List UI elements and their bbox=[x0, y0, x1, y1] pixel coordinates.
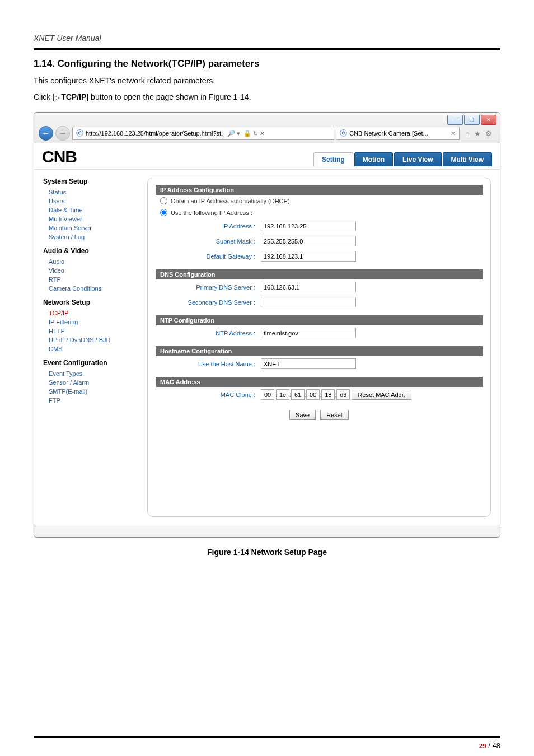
sidebar-item-ip-filtering[interactable]: IP Filtering bbox=[43, 318, 137, 326]
tab-motion[interactable]: Motion bbox=[354, 152, 393, 166]
sidebar-item-http[interactable]: HTTP bbox=[43, 326, 137, 335]
row-mac: MAC Clone : : : : : : Reset MAC Addr. bbox=[156, 387, 483, 402]
input-dns1[interactable] bbox=[261, 282, 356, 292]
label-subnet: Subnet Mask : bbox=[160, 238, 261, 245]
nav-forward-button[interactable]: → bbox=[55, 126, 70, 141]
nav-tabs: Setting Motion Live View Multi View bbox=[313, 147, 492, 166]
save-button[interactable]: Save bbox=[289, 410, 316, 420]
label-dhcp: Obtain an IP Address automatically (DHCP… bbox=[171, 198, 290, 204]
sidebar-item-ftp[interactable]: FTP bbox=[43, 396, 137, 405]
star-icon[interactable]: ★ bbox=[474, 129, 481, 138]
sidebar-item-sensor-alarm[interactable]: Sensor / Alarm bbox=[43, 378, 137, 387]
manual-title: XNET User Manual bbox=[34, 34, 500, 43]
input-dns2[interactable] bbox=[261, 297, 356, 307]
section-heading: 1.14. Configuring the Network(TCP/IP) pa… bbox=[34, 58, 500, 69]
sidebar-item-maintain-server[interactable]: Maintain Server bbox=[43, 223, 137, 232]
row-static: Use the following IP Address : bbox=[156, 207, 483, 218]
address-bar[interactable]: ⓔ http://192.168.123.25/html/operator/Se… bbox=[72, 127, 334, 140]
input-ip-address[interactable] bbox=[261, 221, 356, 231]
logo-text: CNB bbox=[42, 147, 77, 166]
section-mac: MAC Address bbox=[156, 377, 483, 387]
cnb-logo: CNB bbox=[42, 147, 77, 166]
section-hostname: Hostname Configuration bbox=[156, 346, 483, 356]
radio-static[interactable] bbox=[160, 209, 167, 216]
label-dns2: Secondary DNS Server : bbox=[160, 299, 261, 306]
triangle-icon: ▷ bbox=[55, 94, 61, 101]
input-mac-3[interactable] bbox=[306, 389, 320, 400]
sidebar-item-tcpip[interactable]: TCP/IP bbox=[43, 309, 137, 318]
sidebar-item-system-log[interactable]: System / Log bbox=[43, 232, 137, 241]
browser-window: — ❐ ✕ ← → ⓔ http://192.168.123.25/html/o… bbox=[34, 112, 500, 538]
input-mac-0[interactable] bbox=[261, 389, 274, 400]
sidebar-item-event-types[interactable]: Event Types bbox=[43, 369, 137, 378]
nav-back-button[interactable]: ← bbox=[39, 126, 53, 141]
arrow-left-icon: ← bbox=[41, 128, 50, 138]
app-body: CNB Setting Motion Live View Multi View … bbox=[34, 144, 500, 525]
reset-mac-button[interactable]: Reset MAC Addr. bbox=[352, 390, 411, 400]
page-number: 29 / 48 bbox=[34, 741, 500, 750]
click-post: ] button to open the page shown in Figur… bbox=[86, 92, 251, 101]
sidebar-item-rtp[interactable]: RTP bbox=[43, 275, 137, 284]
input-gateway[interactable] bbox=[261, 251, 356, 262]
footer-rule bbox=[34, 736, 500, 738]
sidebar-group-system: System Setup bbox=[43, 178, 137, 185]
sidebar-item-multi-viewer[interactable]: Multi Viewer bbox=[43, 214, 137, 223]
browser-tab[interactable]: ⓔ CNB Network Camera [Set... ✕ bbox=[336, 127, 460, 140]
sidebar-item-upnp-dyndns-bjr[interactable]: UPnP / DynDNS / BJR bbox=[43, 335, 137, 344]
sidebar-item-cms[interactable]: CMS bbox=[43, 344, 137, 353]
section-ntp: NTP Configuration bbox=[156, 315, 483, 325]
sidebar-item-status[interactable]: Status bbox=[43, 188, 137, 197]
input-ntp[interactable] bbox=[261, 328, 356, 338]
input-mac-5[interactable] bbox=[336, 389, 350, 400]
window-maximize-button[interactable]: ❐ bbox=[464, 115, 480, 125]
ie-icon: ⓔ bbox=[76, 128, 83, 138]
sidebar-group-network: Network Setup bbox=[43, 298, 137, 306]
label-dns1: Primary DNS Server : bbox=[160, 284, 261, 291]
row-dns1: Primary DNS Server : bbox=[156, 279, 483, 295]
main-columns: System Setup Status Users Date & Time Mu… bbox=[34, 170, 500, 525]
label-ntp: NTP Address : bbox=[160, 330, 261, 337]
tab-live-view[interactable]: Live View bbox=[394, 152, 441, 166]
tab-close-icon[interactable]: ✕ bbox=[451, 130, 456, 137]
content-panel: IP Address Configuration Obtain an IP Ad… bbox=[147, 178, 491, 517]
sidebar-item-users[interactable]: Users bbox=[43, 197, 137, 206]
address-bar-row: ← → ⓔ http://192.168.123.25/html/operato… bbox=[34, 113, 500, 143]
label-gateway: Default Gateway : bbox=[160, 253, 261, 260]
sidebar-item-camera-conditions[interactable]: Camera Conditions bbox=[43, 284, 137, 293]
radio-dhcp[interactable] bbox=[160, 197, 167, 204]
sidebar: System Setup Status Users Date & Time Mu… bbox=[43, 178, 137, 517]
url-text: http://192.168.123.25/html/operator/Setu… bbox=[86, 130, 223, 137]
figure-caption: Figure 1-14 Network Setup Page bbox=[34, 548, 500, 557]
input-hostname[interactable] bbox=[261, 358, 356, 369]
section-dns: DNS Configuration bbox=[156, 269, 483, 279]
input-subnet[interactable] bbox=[261, 236, 356, 246]
gear-icon[interactable]: ⚙ bbox=[485, 129, 492, 138]
window-close-button[interactable]: ✕ bbox=[481, 115, 496, 125]
row-dns2: Secondary DNS Server : bbox=[156, 295, 483, 310]
ie-tab-icon: ⓔ bbox=[340, 128, 347, 138]
save-reset-row: Save Reset bbox=[156, 410, 483, 420]
sidebar-group-av: Audio & Video bbox=[43, 247, 137, 255]
sidebar-item-smtp[interactable]: SMTP(E-mail) bbox=[43, 387, 137, 396]
label-hostname: Use the Host Name : bbox=[160, 361, 261, 367]
home-icon[interactable]: ⌂ bbox=[465, 129, 470, 138]
sidebar-item-date-time[interactable]: Date & Time bbox=[43, 206, 137, 214]
page-current: 29 bbox=[479, 741, 486, 750]
arrow-right-icon: → bbox=[58, 128, 67, 138]
input-mac-2[interactable] bbox=[291, 389, 305, 400]
sidebar-item-audio[interactable]: Audio bbox=[43, 257, 137, 266]
input-mac-1[interactable] bbox=[276, 389, 289, 400]
tab-setting[interactable]: Setting bbox=[313, 152, 353, 166]
browser-status-bar bbox=[34, 526, 500, 537]
page-total: 48 bbox=[493, 741, 500, 750]
window-controls: — ❐ ✕ bbox=[447, 115, 496, 125]
sidebar-item-video[interactable]: Video bbox=[43, 266, 137, 275]
tab-multi-view[interactable]: Multi View bbox=[443, 152, 492, 166]
reset-button[interactable]: Reset bbox=[320, 410, 349, 420]
window-minimize-button[interactable]: — bbox=[447, 115, 463, 125]
row-hostname: Use the Host Name : bbox=[156, 356, 483, 371]
tcpip-bold: TCP/IP bbox=[61, 92, 86, 101]
row-gateway: Default Gateway : bbox=[156, 249, 483, 264]
input-mac-4[interactable] bbox=[321, 389, 335, 400]
label-static: Use the following IP Address : bbox=[171, 209, 252, 216]
